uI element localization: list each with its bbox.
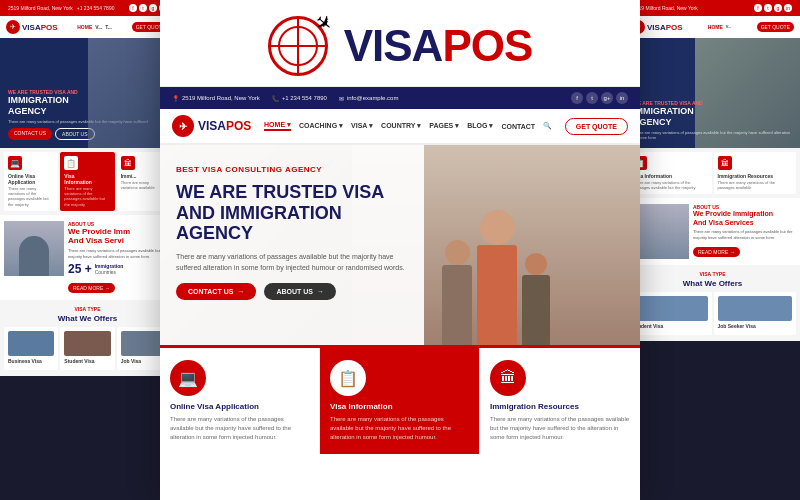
right-imm-icon: 🏛 [718,156,732,170]
right-read-more-btn[interactable]: READ MORE → [693,247,740,257]
nav-contact[interactable]: CONTACT [501,123,535,130]
center-card3-title: Immigration Resources [490,402,630,411]
left-nav-contact[interactable]: T... [105,24,112,30]
right-logo-text: VISAPOS [647,23,683,32]
big-logo-icon: ✈ [268,16,328,76]
center-nav-links: HOME ▾ COACHING ▾ VISA ▾ COUNTRY ▾ PAGES… [264,121,552,131]
center-logo-name: VISAPOS [198,119,251,133]
right-facebook-icon[interactable]: f [754,4,762,12]
center-card2-desc: There are many variations of the passage… [330,415,469,442]
center-in-icon[interactable]: in [616,92,628,104]
twitter-icon[interactable]: t [139,4,147,12]
nav-visa[interactable]: VISA ▾ [351,122,373,130]
center-tw-icon[interactable]: t [586,92,598,104]
contact-us-btn[interactable]: CONTACT US → [176,283,256,300]
hero-btns: CONTACT US → ABOUT US → [176,283,408,300]
right-offers-label: VISA TYPE [629,271,796,277]
right-twitter-icon[interactable]: t [764,4,772,12]
right-get-quote-btn[interactable]: GET QUOTE [757,22,794,32]
left-offers-title: What We Offers [4,314,171,323]
center-card1-title: Online Visa Application [170,402,309,411]
left-offer-business: Business Visa [4,327,58,370]
left-nav-home[interactable]: HOME [77,24,92,30]
right-offer-jobseeker: Job Seeker Visa [714,292,797,335]
left-offer-student: Student Visa [60,327,114,370]
left-about-img [4,221,64,276]
center-nav-logo: ✈ VISAPOS [172,115,251,137]
nav-home[interactable]: HOME ▾ [264,121,291,131]
pos-text: POS [442,21,532,71]
right-card-visa: 📋 Visa Information There are many variat… [629,152,712,194]
right-nav-v[interactable]: V... [726,24,732,30]
left-service-cards: 💻 Online VisaApplication There are many … [0,148,175,215]
right-about-title: We Provide Immigration And Visa Services [693,210,796,227]
facebook-icon[interactable]: f [129,4,137,12]
right-linkedin-icon[interactable]: in [784,4,792,12]
center-card1-desc: There are many variations of the passage… [170,415,309,442]
center-info-bar: 📍 2519 Milford Road, New York 📞 +1 234 5… [160,87,640,109]
right-hero: WE ARE TRUSTED VISA AND IMMIGRATIONAGENC… [625,38,800,148]
online-visa-circle-icon: 💻 [170,360,206,396]
about-label: ABOUT US [276,288,313,295]
left-contact-btn[interactable]: CONTACT US [8,128,52,140]
info-phone-text: +1 234 554 7890 [282,95,327,101]
right-card2-desc: There are many variations of the passage… [718,180,793,190]
email-icon: ✉ [339,95,344,102]
center-card-visa-info: 📋 Visa Information There are many variat… [320,348,480,454]
hero-overlay: BEST VISA CONSULTING AGENCY WE ARE TRUST… [160,145,424,345]
google-icon[interactable]: g [149,4,157,12]
left-about-content: ABOUT US We Provide Imm And Visa Servi T… [68,221,171,294]
right-hero-title: IMMIGRATIONAGENCY [633,106,792,128]
right-social-icons: f t g in [754,4,792,12]
right-card2-title: Immigration Resources [718,173,793,179]
info-address: 📍 2519 Milford Road, New York [172,95,260,102]
left-topbar-info: 2519 Milford Road, New York +1 234 554 7… [8,5,114,11]
left-offers: VISA TYPE What We Offers Business Visa S… [0,300,175,376]
center-social-icons: f t g+ in [571,92,628,104]
right-offer-cards: Student Visa Job Seeker Visa [629,292,796,335]
left-address: 2519 Milford Road, New York [8,5,73,11]
right-topbar: 2519 Milford Road, New York f t g in [625,0,800,16]
right-panel: 2519 Milford Road, New York f t g in ✈ V… [625,0,800,500]
nav-blog[interactable]: BLOG ▾ [467,122,493,130]
left-nav-coaching[interactable]: V... [95,24,102,30]
left-online-visa-icon: 💻 [8,156,22,170]
left-offer-thumb1 [8,331,54,356]
center-nav: ✈ VISAPOS HOME ▾ COACHING ▾ VISA ▾ COUNT… [160,109,640,145]
center-fb-icon[interactable]: f [571,92,583,104]
center-card-immigration: 🏛 Immigration Resources There are many v… [480,348,640,454]
center-logo-badge: ✈ [172,115,194,137]
center-gp-icon[interactable]: g+ [601,92,613,104]
left-topbar: 2519 Milford Road, New York +1 234 554 7… [0,0,175,16]
left-about-desc: There are many variations of passages av… [68,248,171,259]
left-phone: +1 234 554 7890 [77,5,115,11]
nav-coaching[interactable]: COACHING ▾ [299,122,343,130]
nav-search-icon[interactable]: 🔍 [543,122,552,130]
nav-pages[interactable]: PAGES ▾ [429,122,459,130]
right-card-immigration: 🏛 Immigration Resources There are many v… [714,152,797,194]
right-offer-title1: Student Visa [633,323,708,329]
info-address-text: 2519 Milford Road, New York [182,95,260,101]
left-card2-desc: There are many variations of the passage… [64,186,110,207]
left-counter-num: 25 + [68,262,92,276]
center-get-quote-btn[interactable]: GET QUOTE [565,118,628,135]
right-card1-desc: There are many variations of the passage… [633,180,708,190]
right-nav-home[interactable]: HOME [708,24,723,30]
right-nav-links: HOME V... [708,24,732,30]
immigration-circle-icon: 🏛 [490,360,526,396]
big-logo-text: VISA POS [344,21,533,71]
left-logo: ✈ VISAPOS [6,20,58,34]
left-logo-text: VISAPOS [22,23,58,32]
center-logo-plane: ✈ [179,121,187,132]
right-google-icon[interactable]: g [774,4,782,12]
info-email: ✉ info@example.com [339,95,398,102]
left-offer-cards: Business Visa Student Visa Job Visa [4,327,171,370]
left-read-more-btn[interactable]: READ MORE → [68,283,115,293]
about-us-btn[interactable]: ABOUT US → [264,283,336,300]
nav-country[interactable]: COUNTRY ▾ [381,122,421,130]
right-navbar: ✈ VISAPOS HOME V... GET QUOTE [625,16,800,38]
left-offers-label: VISA TYPE [4,306,171,312]
left-counter: 25 + Immigration Countries [68,262,171,276]
center-panel: ✈ VISA POS 📍 2519 Milford Road, New York… [160,0,640,500]
left-visa-info-icon: 📋 [64,156,78,170]
